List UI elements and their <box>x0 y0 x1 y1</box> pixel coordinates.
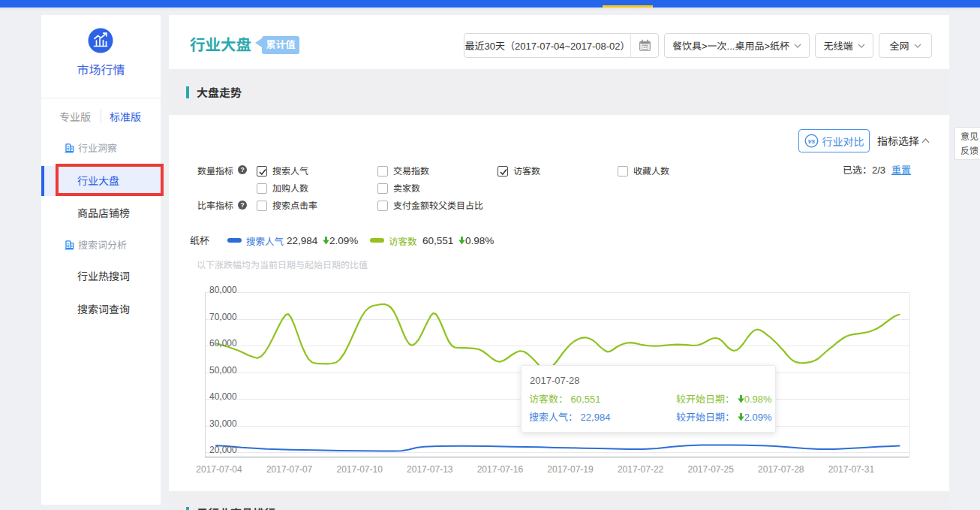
svg-text:vs: vs <box>807 137 815 145</box>
